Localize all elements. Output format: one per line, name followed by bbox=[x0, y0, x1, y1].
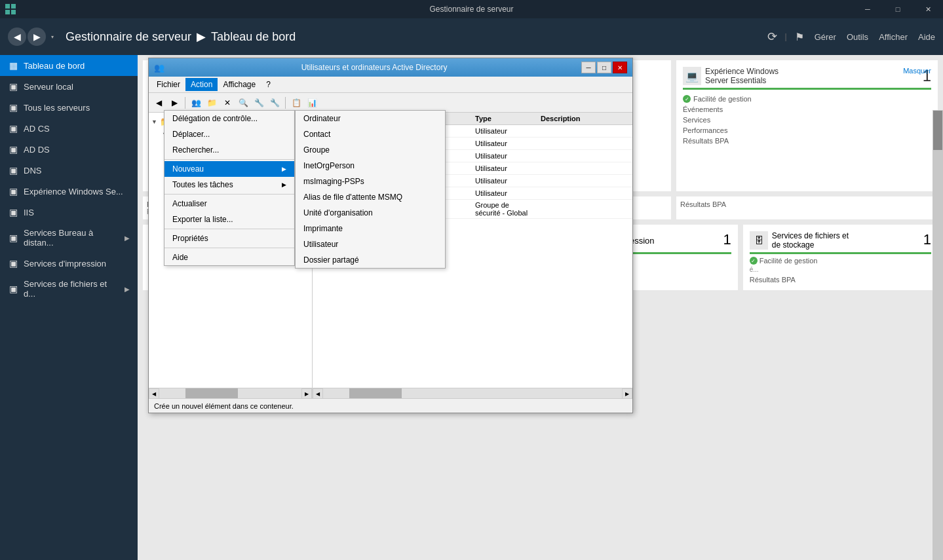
ad-tool-extra1[interactable]: 📋 bbox=[289, 96, 303, 110]
row-3-type: Utilisateur bbox=[472, 152, 538, 160]
submenu-contact[interactable]: Contact bbox=[296, 126, 445, 142]
menu-aide[interactable]: Aide bbox=[918, 32, 935, 42]
ad-maximize-button[interactable]: □ bbox=[597, 62, 611, 73]
ad-tool-users[interactable]: 👥 bbox=[189, 96, 203, 110]
menu-toutes-taches[interactable]: Toutes les tâches ▶ bbox=[164, 177, 294, 193]
tree-hscroll-right[interactable]: ▶ bbox=[301, 388, 312, 399]
menu-proprietes[interactable]: Propriétés bbox=[164, 231, 294, 246]
ad-menu-aide[interactable]: ? bbox=[261, 78, 276, 91]
sidebar-item-tous-serveurs[interactable]: ▣ Tous les serveurs bbox=[0, 97, 138, 118]
sidebar-item-tableau-de-bord[interactable]: ▦ Tableau de bord bbox=[0, 55, 138, 76]
arrow-bureau: ▶ bbox=[125, 234, 130, 242]
menu-aide-action[interactable]: Aide bbox=[164, 250, 294, 265]
tree-hscroll-left[interactable]: ◀ bbox=[149, 388, 159, 399]
ad-tool-extra2[interactable]: 📊 bbox=[305, 96, 319, 110]
sidebar-item-services-impression[interactable]: ▣ Services d'impression bbox=[0, 253, 138, 274]
scrollbar-thumb[interactable] bbox=[933, 111, 942, 150]
ad-tool-folder[interactable]: 📁 bbox=[204, 96, 219, 110]
ad-tool-delete[interactable]: ✕ bbox=[220, 96, 235, 110]
dns-icon: ▣ bbox=[8, 165, 18, 176]
submenu-dossier-partage[interactable]: Dossier partagé bbox=[296, 252, 445, 268]
fichiers-tile-icon: 🗄 bbox=[750, 231, 768, 250]
sidebar-item-experience-windows[interactable]: ▣ Expérience Windows Se... bbox=[0, 181, 138, 202]
submenu-groupe[interactable]: Groupe bbox=[296, 142, 445, 158]
masquer-button[interactable]: Masquer bbox=[903, 67, 931, 75]
ad-tool-filter[interactable]: 🔍 bbox=[236, 96, 250, 110]
refresh-icon[interactable]: ⟳ bbox=[767, 29, 777, 44]
back-button[interactable]: ◀ bbox=[8, 28, 26, 46]
sidebar-label-tableau-de-bord: Tableau de bord bbox=[24, 61, 85, 71]
sidebar-label-ad-cs: AD CS bbox=[24, 124, 50, 134]
breadcrumb-root[interactable]: Gestionnaire de serveur bbox=[66, 30, 191, 44]
deplacer-label: Déplacer... bbox=[172, 130, 210, 139]
menu-outils[interactable]: Outils bbox=[847, 32, 868, 42]
svg-rect-1 bbox=[11, 4, 16, 9]
forward-button[interactable]: ▶ bbox=[28, 28, 46, 46]
menu-gerer[interactable]: Gérer bbox=[815, 32, 836, 42]
ad-menu-action[interactable]: Action bbox=[185, 78, 218, 91]
fichiers-name1: Services de fichiers et bbox=[772, 231, 849, 240]
sidebar-label-ad-ds: AD DS bbox=[24, 145, 50, 155]
nav-dropdown-button[interactable]: ▾ bbox=[47, 28, 58, 46]
tree-hscroll-track bbox=[159, 388, 301, 398]
sidebar-item-services-bureau[interactable]: ▣ Services Bureau à distan... ▶ bbox=[0, 223, 138, 253]
menu-actualiser[interactable]: Actualiser bbox=[164, 196, 294, 212]
sidebar-item-dns[interactable]: ▣ DNS bbox=[0, 160, 138, 181]
tree-hscroll[interactable]: ◀ ▶ bbox=[149, 388, 312, 398]
list-hscroll[interactable]: ◀ ▶ bbox=[313, 388, 632, 398]
submenu-msimaging[interactable]: msImaging-PSPs bbox=[296, 174, 445, 189]
col-header-desc[interactable]: Description bbox=[538, 115, 630, 122]
row-6-type: Utilisateur bbox=[472, 189, 538, 197]
sidebar-item-services-fichiers[interactable]: ▣ Services de fichiers et d... ▶ bbox=[0, 274, 138, 304]
ad-tool-properties[interactable]: 🔧 bbox=[267, 96, 282, 110]
menu-deplacer[interactable]: Déplacer... bbox=[164, 126, 294, 142]
adds-icon: ▣ bbox=[8, 144, 18, 155]
app-icon bbox=[5, 4, 16, 14]
submenu-unite-org[interactable]: Unité d'organisation bbox=[296, 205, 445, 221]
ad-minimize-button[interactable]: ─ bbox=[581, 62, 596, 73]
submenu-utilisateur[interactable]: Utilisateur bbox=[296, 236, 445, 252]
sidebar-item-ad-cs[interactable]: ▣ AD CS bbox=[0, 118, 138, 139]
list-hscroll-left[interactable]: ◀ bbox=[313, 388, 323, 399]
experience-services: Services bbox=[683, 115, 931, 125]
flag-icon[interactable]: ⚑ bbox=[795, 31, 804, 43]
ad-menu-fichier[interactable]: Fichier bbox=[151, 78, 185, 91]
ad-close-button[interactable]: ✕ bbox=[613, 62, 627, 73]
menu-delegation[interactable]: Délégation de contrôle... bbox=[164, 111, 294, 126]
maximize-button[interactable]: □ bbox=[883, 0, 913, 18]
breadcrumb-current[interactable]: Tableau de bord bbox=[211, 30, 296, 44]
menu-divider-1 bbox=[164, 159, 294, 160]
minimize-button[interactable]: ─ bbox=[853, 0, 883, 18]
submenu-inetorgperson[interactable]: InetOrgPerson bbox=[296, 158, 445, 174]
menu-rechercher[interactable]: Rechercher... bbox=[164, 142, 294, 158]
menu-nouveau[interactable]: Nouveau ▶ bbox=[164, 161, 294, 177]
menu-afficher[interactable]: Afficher bbox=[879, 32, 908, 42]
menu-divider-2 bbox=[164, 194, 294, 195]
submenu-imprimante[interactable]: Imprimante bbox=[296, 221, 445, 236]
submenu-alias-msmq[interactable]: Alias de file d'attente MSMQ bbox=[296, 189, 445, 205]
ad-tool-forward[interactable]: ▶ bbox=[167, 96, 182, 110]
ad-window-controls: ─ □ ✕ bbox=[581, 62, 627, 73]
list-hscroll-thumb[interactable] bbox=[349, 388, 402, 398]
ad-tool-back[interactable]: ◀ bbox=[151, 96, 166, 110]
col-header-type[interactable]: Type bbox=[472, 115, 538, 122]
fichiers-name-block: Services de fichiers et de stockage bbox=[772, 231, 849, 250]
submenu-ordinateur[interactable]: Ordinateur bbox=[296, 111, 445, 126]
ad-menu-affichage[interactable]: Affichage bbox=[218, 78, 261, 91]
experience-tile-name: Expérience Windows Server Essentials bbox=[705, 67, 779, 85]
sidebar-item-iis[interactable]: ▣ IIS bbox=[0, 202, 138, 223]
groupe-label: Groupe bbox=[303, 145, 330, 155]
top-nav: ◀ ▶ ▾ Gestionnaire de serveur ▶ Tableau … bbox=[0, 18, 943, 55]
ad-status-text: Crée un nouvel élément dans ce conteneur… bbox=[154, 402, 294, 410]
ad-tool-search[interactable]: 🔧 bbox=[252, 96, 266, 110]
close-button[interactable]: ✕ bbox=[913, 0, 943, 18]
list-hscroll-right[interactable]: ▶ bbox=[622, 388, 632, 399]
sidebar-item-ad-ds[interactable]: ▣ AD DS bbox=[0, 139, 138, 160]
rechercher-label: Rechercher... bbox=[172, 145, 219, 155]
title-bar: Gestionnaire de serveur ─ □ ✕ bbox=[0, 0, 943, 18]
scrollbar-track[interactable] bbox=[933, 110, 943, 560]
menu-exporter[interactable]: Exporter la liste... bbox=[164, 212, 294, 227]
breadcrumb: Gestionnaire de serveur ▶ Tableau de bor… bbox=[66, 29, 767, 44]
tree-hscroll-thumb[interactable] bbox=[185, 388, 238, 398]
sidebar-item-serveur-local[interactable]: ▣ Serveur local bbox=[0, 76, 138, 97]
